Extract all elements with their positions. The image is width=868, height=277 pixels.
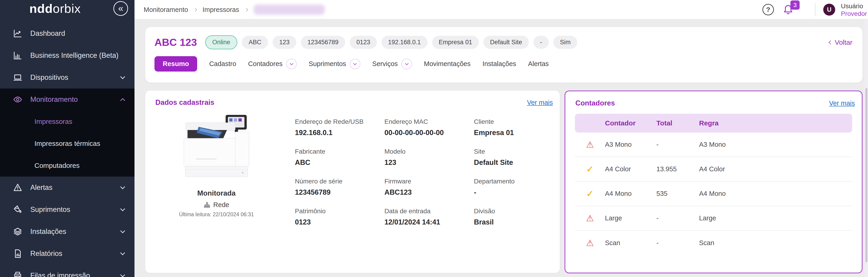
sidebar-item-instalacoes[interactable]: Instalações (0, 220, 134, 243)
field-value: - (474, 188, 553, 197)
user-name: Usuário (841, 2, 867, 10)
tab-suprimentos[interactable]: Suprimentos (309, 59, 360, 69)
layers-icon (13, 227, 23, 236)
tab-label: Instalações (483, 60, 516, 68)
tab-label: Movimentações (424, 60, 470, 68)
field-divisao: DivisãoBrasil (464, 208, 553, 237)
breadcrumb-item-impressoras[interactable]: Impressoras (203, 6, 239, 13)
registration-fields: Endereço de Rede/USB192.168.0.1 Endereço… (285, 118, 553, 237)
registration-card-header: Dados cadastrais Ver mais (145, 91, 560, 107)
chevron-down-icon (120, 272, 125, 277)
sidebar-item-filas-de-impressao[interactable]: Filas de impressão (0, 265, 134, 277)
field-label: Endereço MAC (384, 118, 464, 126)
field-value: 192.168.0.1 (295, 129, 374, 137)
sidebar-menu: Dashboard Business Intelligence (Beta) D… (0, 23, 134, 277)
badge-monitorada: Sim (553, 36, 578, 49)
chevron-down-circle-icon[interactable] (286, 59, 297, 69)
field-value: ABC (295, 159, 374, 167)
sidebar-item-suprimentos[interactable]: Suprimentos (0, 199, 134, 220)
sidebar: nddorbix « Dashboard Business Intelligen… (0, 0, 134, 277)
sidebar-item-label: Dashboard (30, 29, 65, 38)
sidebar-item-label: Computadores (34, 162, 80, 169)
field-value: Brasil (474, 218, 553, 226)
field-numero-serie: Número de série123456789 (285, 178, 374, 208)
monitoring-status: Monitorada (154, 189, 278, 198)
table-row[interactable]: A3 Mono - A3 Mono (575, 133, 852, 157)
column-total: Total (656, 119, 699, 127)
tab-alertas[interactable]: Alertas (528, 60, 549, 68)
column-regra: Regra (699, 119, 852, 127)
sidebar-item-computadores[interactable]: Computadores (0, 154, 134, 177)
field-firmware: FirmwareABC123 (374, 178, 464, 208)
tab-contadores[interactable]: Contadores (248, 59, 297, 69)
cell-contador: Scan (605, 239, 656, 247)
field-value: 0123 (295, 218, 374, 226)
sidebar-collapse-button[interactable]: « (113, 1, 128, 16)
breadcrumb-separator-icon (193, 8, 197, 11)
field-cliente: ClienteEmpresa 01 (464, 118, 553, 148)
table-row[interactable]: Large - Large (575, 206, 852, 231)
chevron-down-circle-icon[interactable] (401, 59, 412, 69)
user-info[interactable]: Usuário Provedor (841, 2, 867, 18)
field-label: Firmware (384, 178, 464, 185)
sidebar-item-label: Impressoras (34, 118, 72, 126)
sidebar-item-dashboard[interactable]: Dashboard (0, 23, 134, 44)
device-header-card: ABC 123 Online ABC 123 123456789 0123 19… (145, 27, 863, 82)
field-value: 00-00-00-00-00-00 (384, 129, 464, 137)
badge-site: Default Site (483, 36, 529, 49)
back-label: Voltar (835, 38, 852, 46)
table-row[interactable]: A4 Mono 535 A4 Mono (575, 182, 852, 206)
table-row[interactable]: Scan - Scan (575, 231, 852, 255)
badge-cliente: Empresa 01 (432, 36, 479, 49)
registration-see-more-link[interactable]: Ver mais (527, 99, 553, 106)
field-label: Site (474, 148, 553, 155)
field-label: Fabricante (295, 148, 374, 155)
sidebar-item-alertas[interactable]: Alertas (0, 177, 134, 199)
warning-triangle-icon (13, 183, 23, 193)
help-button[interactable]: ? (763, 4, 774, 15)
topbar: Monitoramento Impressoras ? 3 U Usuário … (134, 0, 868, 19)
tab-resumo[interactable]: Resumo (154, 56, 197, 72)
chevron-up-icon (120, 98, 125, 103)
field-endereco-rede: Endereço de Rede/USB192.168.0.1 (285, 118, 374, 148)
sidebar-item-impressoras[interactable]: Impressoras (0, 110, 134, 133)
tab-label: Serviços (372, 60, 398, 68)
sidebar-item-label: Suprimentos (30, 205, 70, 214)
sidebar-item-relatorios[interactable]: Relatórios (0, 243, 134, 265)
tab-servicos[interactable]: Serviços (372, 59, 412, 69)
back-button[interactable]: Voltar (829, 38, 852, 46)
status-badge-online: Online (205, 35, 237, 49)
page-scrollbar[interactable] (865, 19, 868, 277)
check-icon (575, 164, 605, 174)
sidebar-item-dispositivos[interactable]: Dispositivos (0, 67, 134, 89)
bar-chart-icon (13, 51, 23, 60)
counters-table: Contador Total Regra A3 Mono - A3 Mono A… (575, 114, 852, 255)
field-value: Default Site (474, 159, 553, 167)
table-row[interactable]: A4 Color 13.955 A4 Color (575, 157, 852, 182)
chevron-down-icon (120, 228, 125, 233)
scrollbar-thumb[interactable] (866, 88, 867, 262)
field-label: Data de entrada (384, 208, 464, 215)
sidebar-group-monitoramento: Monitoramento Impressoras Impressoras té… (0, 89, 134, 177)
field-label: Cliente (474, 118, 553, 126)
sidebar-item-business-intelligence[interactable]: Business Intelligence (Beta) (0, 44, 134, 67)
cell-regra: A3 Mono (699, 141, 852, 148)
sidebar-item-monitoramento[interactable]: Monitoramento (0, 89, 134, 110)
dashboard-icon (13, 29, 23, 38)
eye-icon (13, 95, 23, 104)
check-icon (575, 189, 605, 199)
tab-instalacoes[interactable]: Instalações (483, 60, 516, 68)
tab-cadastro[interactable]: Cadastro (209, 60, 236, 68)
column-contador: Contador (605, 119, 656, 127)
sidebar-item-impressoras-termicas[interactable]: Impressoras térmicas (0, 133, 134, 154)
avatar[interactable]: U (823, 4, 835, 15)
cell-total: 535 (656, 190, 699, 198)
breadcrumb-item-monitoramento[interactable]: Monitoramento (144, 6, 188, 13)
field-patrimonio: Patrimônio0123 (285, 208, 374, 237)
chevron-down-circle-icon[interactable] (350, 59, 360, 69)
tab-movimentacoes[interactable]: Movimentações (424, 60, 470, 68)
field-endereco-mac: Endereço MAC00-00-00-00-00-00 (374, 118, 464, 148)
registration-data-card: Dados cadastrais Ver mais Monitorada Red… (145, 91, 560, 273)
warning-icon (575, 238, 605, 248)
counters-see-more-link[interactable]: Ver mais (829, 100, 855, 107)
